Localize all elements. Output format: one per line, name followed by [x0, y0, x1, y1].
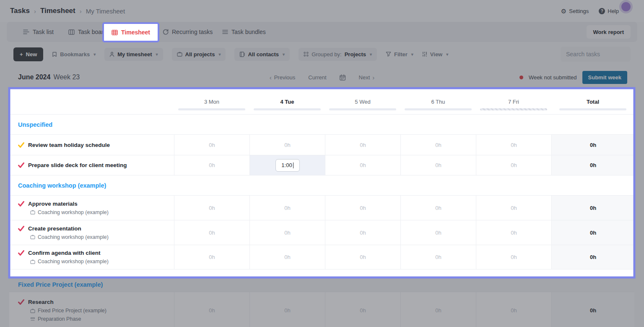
refresh-icon: [163, 29, 169, 35]
group-header-fixed-price[interactable]: Fixed Price Project (example): [9, 277, 634, 292]
help-icon: ?: [599, 8, 605, 14]
task-title[interactable]: Review team holiday schedule: [28, 142, 110, 148]
breadcrumb: Tasks › Timesheet › My Timesheet: [10, 7, 125, 15]
help-label: Help: [608, 8, 619, 14]
hour-cell[interactable]: 0h: [400, 135, 476, 155]
day-header-thu: 6 Thu: [400, 88, 476, 114]
tab-task-board[interactable]: Task board: [68, 22, 106, 42]
task-title[interactable]: Research: [28, 299, 54, 305]
chevron-down-icon: ▾: [283, 52, 285, 57]
hour-cell[interactable]: 0h: [249, 135, 325, 155]
chevron-down-icon: ▾: [370, 52, 372, 57]
hour-cell[interactable]: 0h: [400, 220, 476, 245]
group-header-unspecified[interactable]: Unspecified: [9, 115, 634, 134]
grouped-by-dropdown[interactable]: Grouped by: Projects ▾: [299, 48, 377, 61]
hour-cell[interactable]: 0h: [476, 135, 551, 155]
tab-task-bundles[interactable]: Task bundles: [222, 22, 266, 42]
breadcrumb-timesheet[interactable]: Timesheet: [40, 7, 75, 15]
breadcrumb-my-timesheet: My Timesheet: [86, 8, 125, 15]
task-title[interactable]: Approve materials: [28, 201, 78, 207]
task-check-icon[interactable]: [18, 142, 24, 148]
day-header-row: 3 Mon 4 Tue 5 Wed 6 Thu 7 Fri Total: [9, 88, 634, 115]
day-progress-bar: [178, 108, 245, 110]
all-projects-dropdown[interactable]: All projects ▾: [172, 48, 226, 61]
chevron-down-icon: ▾: [218, 52, 221, 57]
group-dots-icon: [304, 52, 309, 57]
hour-cell[interactable]: 0h: [325, 155, 400, 175]
work-report-button[interactable]: Work report: [587, 25, 631, 39]
tab-task-list[interactable]: Task list: [23, 22, 54, 42]
total-header: Total: [551, 88, 634, 114]
hour-cell[interactable]: 0h: [249, 220, 325, 245]
hour-cell[interactable]: 0h: [249, 245, 325, 269]
hour-cell[interactable]: 0h: [476, 196, 551, 220]
task-title[interactable]: Prepare slide deck for client meeting: [28, 162, 127, 168]
hour-cell[interactable]: 0h: [249, 292, 325, 327]
task-project: Fixed Price Project (example): [30, 308, 174, 314]
hour-cell[interactable]: 0h: [174, 220, 249, 245]
hour-cell[interactable]: 0h: [476, 155, 551, 175]
filter-dropdown[interactable]: Filter ▾: [386, 51, 413, 58]
task-check-icon[interactable]: [18, 226, 24, 231]
breadcrumb-tasks[interactable]: Tasks: [10, 7, 30, 15]
hour-cell[interactable]: 0h: [174, 196, 249, 220]
hour-cell[interactable]: 0h: [400, 245, 476, 269]
bookmarks-dropdown[interactable]: Bookmarks ▾: [52, 51, 96, 58]
task-check-icon[interactable]: [18, 201, 24, 207]
hour-cell[interactable]: 0h: [400, 292, 476, 327]
next-week-button[interactable]: Next ›: [359, 74, 375, 81]
task-title[interactable]: Create presentation: [28, 225, 81, 232]
hour-cell[interactable]: 0h: [325, 196, 400, 220]
hour-cell[interactable]: 0h: [174, 292, 249, 327]
hour-cell[interactable]: 0h: [325, 135, 400, 155]
hour-cell[interactable]: 0h: [476, 220, 551, 245]
day-header-mon: 3 Mon: [174, 88, 249, 114]
hour-cell[interactable]: 0h: [325, 220, 400, 245]
hour-cell[interactable]: 0h: [325, 292, 400, 327]
current-week-button[interactable]: Current: [308, 74, 326, 81]
settings-button[interactable]: ⚙ Settings: [561, 8, 589, 14]
task-check-icon[interactable]: [18, 299, 24, 305]
sliders-icon: [422, 52, 427, 57]
hour-cell[interactable]: 0h: [174, 245, 249, 269]
submit-week-button[interactable]: Submit week: [582, 71, 627, 84]
task-check-icon[interactable]: [18, 250, 24, 256]
day-progress-bar-nonworking: [480, 108, 547, 110]
time-entry-input[interactable]: 1:00: [275, 159, 300, 172]
hour-cell[interactable]: 0h: [325, 245, 400, 269]
day-header-tue: 4 Tue: [249, 88, 325, 114]
avatar[interactable]: [621, 2, 631, 11]
tab-recurring-tasks[interactable]: Recurring tasks: [163, 22, 213, 42]
new-button[interactable]: + New: [13, 47, 43, 61]
plus-icon: +: [20, 51, 23, 58]
hour-cell[interactable]: 0h: [400, 196, 476, 220]
task-title[interactable]: Confirm agenda with client: [28, 250, 101, 256]
tab-timesheet[interactable]: Timesheet: [103, 23, 158, 42]
view-dropdown[interactable]: View ▾: [422, 51, 448, 58]
hour-cell[interactable]: 0h: [174, 155, 249, 175]
bookmark-icon: [52, 52, 57, 57]
search-input[interactable]: [561, 47, 631, 62]
timesheet-table-continued: Fixed Price Project (example) Research F…: [9, 277, 634, 327]
hour-cell[interactable]: 0h: [174, 135, 249, 155]
toolbar: + New Bookmarks ▾ My timesheet ▾ All pro…: [0, 42, 644, 66]
hour-cell[interactable]: 0h: [476, 245, 551, 269]
task-check-icon[interactable]: [18, 162, 24, 168]
table-row: Approve materials Coaching workshop (exa…: [9, 195, 634, 220]
all-contacts-dropdown[interactable]: All contacts ▾: [234, 48, 290, 61]
help-button[interactable]: ? Help: [599, 8, 619, 14]
board-icon: [68, 29, 75, 35]
hour-cell[interactable]: 0h: [476, 292, 551, 327]
total-cell: 0h: [551, 196, 634, 220]
timesheet-table: 3 Mon 4 Tue 5 Wed 6 Thu 7 Fri Total Unsp…: [9, 88, 634, 277]
person-icon: [109, 52, 114, 57]
hour-cell[interactable]: 0h: [249, 196, 325, 220]
my-timesheet-dropdown[interactable]: My timesheet ▾: [104, 48, 163, 61]
view-tab-strip: Task list Task board Timesheet Recurring…: [7, 22, 637, 42]
chevron-down-icon: ▾: [446, 52, 448, 57]
previous-week-button[interactable]: ‹ Previous: [270, 74, 296, 81]
group-header-coaching-workshop[interactable]: Coaching workshop (example): [9, 175, 634, 195]
table-row: Create presentation Coaching workshop (e…: [9, 220, 634, 245]
calendar-button[interactable]: [340, 74, 346, 81]
hour-cell[interactable]: 0h: [400, 155, 476, 175]
